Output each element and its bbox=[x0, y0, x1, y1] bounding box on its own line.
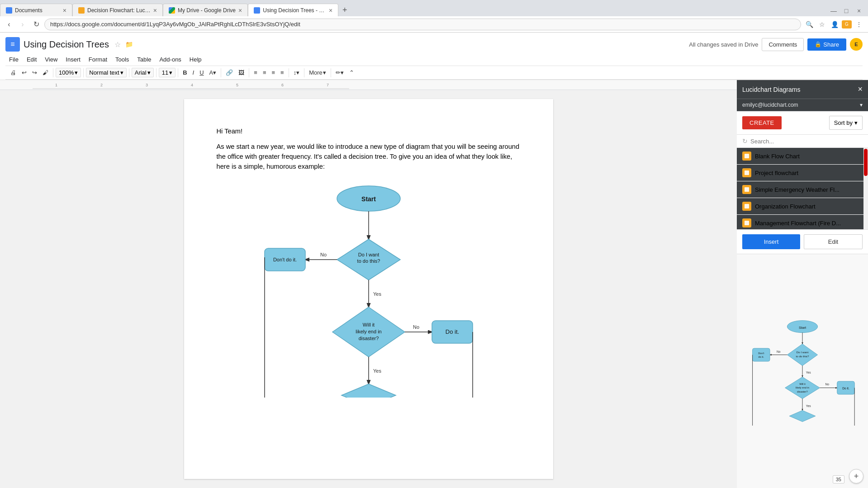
diagram-item-weather[interactable]: Simple Emergency Weather Fl... bbox=[737, 181, 863, 198]
sort-button[interactable]: Sort by ▾ bbox=[829, 116, 863, 130]
refresh-icon[interactable]: ↻ bbox=[742, 137, 748, 145]
svg-text:No: No bbox=[825, 382, 829, 385]
font-arrow: ▾ bbox=[147, 69, 151, 76]
drive-tab-icon bbox=[169, 7, 175, 14]
tab-decision[interactable]: Using Decision Trees - G... × bbox=[248, 4, 338, 16]
extension-icon[interactable]: G bbox=[842, 20, 852, 28]
diagram-item-org[interactable]: Organization Flowchart bbox=[737, 198, 863, 215]
style-select[interactable]: Normal text ▾ bbox=[86, 68, 126, 77]
sidebar-close-button[interactable]: × bbox=[858, 85, 863, 94]
italic-button[interactable]: I bbox=[190, 68, 197, 77]
sidebar-insert-edit: Insert Edit bbox=[737, 229, 868, 254]
tab-decision-close[interactable]: × bbox=[329, 7, 332, 14]
more-button[interactable]: More ▾ bbox=[307, 68, 328, 77]
menu-edit[interactable]: Edit bbox=[23, 54, 40, 65]
comments-button[interactable]: Comments bbox=[762, 38, 804, 51]
share-button[interactable]: 🔒 Share bbox=[807, 38, 846, 51]
tab-drive[interactable]: My Drive - Google Drive × bbox=[163, 4, 248, 16]
redo-button[interactable]: ↪ bbox=[30, 68, 39, 77]
svg-text:Do I want: Do I want bbox=[797, 350, 809, 353]
close-button[interactable]: × bbox=[854, 5, 864, 16]
star-icon[interactable]: ☆ bbox=[114, 40, 121, 49]
forward-button[interactable]: › bbox=[17, 19, 28, 30]
zoom-arrow: ▾ bbox=[75, 69, 78, 76]
svg-rect-48 bbox=[753, 348, 770, 361]
maximize-button[interactable]: □ bbox=[841, 5, 852, 16]
svg-rect-34 bbox=[745, 171, 749, 175]
svg-text:Yes: Yes bbox=[806, 404, 811, 407]
size-select[interactable]: 11 ▾ bbox=[159, 68, 175, 77]
toolbar-separator-1 bbox=[53, 68, 53, 77]
diagram-name-mgmt: Management Flowchart (Fire D... bbox=[755, 220, 858, 227]
link-button[interactable]: 🔗 bbox=[223, 68, 235, 77]
line-spacing-button[interactable]: ↕▾ bbox=[291, 68, 302, 77]
align-right-button[interactable]: ≡ bbox=[269, 68, 277, 77]
align-left-button[interactable]: ≡ bbox=[251, 68, 260, 77]
diagram-icon-mgmt bbox=[742, 218, 751, 227]
create-button[interactable]: CREATE bbox=[742, 116, 782, 129]
profile-icon[interactable]: 👤 bbox=[829, 19, 840, 30]
size-arrow: ▾ bbox=[169, 69, 172, 76]
menu-file[interactable]: File bbox=[5, 54, 22, 65]
tab-lucid-close[interactable]: × bbox=[153, 7, 157, 14]
list-scrollbar[interactable] bbox=[863, 148, 868, 229]
paint-format-button[interactable]: 🖌 bbox=[40, 68, 51, 77]
minimize-button[interactable]: — bbox=[828, 5, 839, 16]
edit-button[interactable]: Edit bbox=[804, 234, 863, 249]
collapse-button[interactable]: ⌃ bbox=[347, 68, 356, 77]
search-icon[interactable]: 🔍 bbox=[804, 19, 815, 30]
add-preview-button[interactable]: + bbox=[849, 469, 863, 483]
menu-insert[interactable]: Insert bbox=[62, 54, 84, 65]
diagram-item-mgmt[interactable]: Management Flowchart (Fire D... bbox=[737, 215, 863, 229]
tab-docs[interactable]: Documents × bbox=[0, 4, 72, 16]
svg-text:Do it.: Do it. bbox=[842, 387, 849, 390]
new-tab-button[interactable]: + bbox=[338, 4, 351, 16]
lock-icon: 🔒 bbox=[815, 41, 821, 47]
image-button[interactable]: 🖼 bbox=[236, 68, 247, 77]
print-button[interactable]: 🖨 bbox=[8, 68, 19, 77]
menu-addons[interactable]: Add-ons bbox=[156, 54, 185, 65]
menu-view[interactable]: View bbox=[41, 54, 61, 65]
tab-drive-close[interactable]: × bbox=[238, 7, 242, 14]
svg-rect-33 bbox=[745, 154, 749, 158]
undo-button[interactable]: ↩ bbox=[19, 68, 29, 77]
text-color-button[interactable]: A▾ bbox=[207, 68, 219, 77]
zoom-select[interactable]: 100% ▾ bbox=[56, 68, 81, 77]
lucidchart-sidebar: Lucidchart Diagrams × emilyc@lucidchart.… bbox=[737, 80, 868, 488]
svg-rect-36 bbox=[745, 204, 749, 208]
sort-label: Sort by bbox=[834, 119, 853, 126]
docs-container: ≡ Using Decision Trees ☆ 📁 All changes s… bbox=[0, 33, 868, 488]
docs-logo-icon: ≡ bbox=[10, 41, 14, 48]
menu-tools[interactable]: Tools bbox=[112, 54, 133, 65]
bookmark-icon[interactable]: ☆ bbox=[816, 19, 827, 30]
menu-format[interactable]: Format bbox=[85, 54, 111, 65]
svg-text:Do I want: Do I want bbox=[358, 252, 379, 257]
diagram-name-weather: Simple Emergency Weather Fl... bbox=[755, 186, 858, 193]
tab-lucid[interactable]: Decision Flowchart: Luci... × bbox=[72, 4, 163, 16]
back-button[interactable]: ‹ bbox=[4, 19, 14, 30]
doc-scroll[interactable]: Hi Team! As we start a new year, we woul… bbox=[0, 90, 737, 488]
justify-button[interactable]: ≡ bbox=[278, 68, 286, 77]
svg-text:disaster?: disaster? bbox=[358, 336, 379, 341]
underline-button[interactable]: U bbox=[197, 68, 206, 77]
menu-help[interactable]: Help bbox=[186, 54, 205, 65]
menu-icon[interactable]: ⋮ bbox=[854, 19, 864, 30]
address-input[interactable] bbox=[44, 19, 801, 30]
align-center-button[interactable]: ≡ bbox=[261, 68, 269, 77]
folder-icon[interactable]: 📁 bbox=[125, 41, 133, 48]
reload-button[interactable]: ↻ bbox=[31, 19, 42, 30]
docs-logo[interactable]: ≡ bbox=[5, 37, 20, 52]
sidebar-user-dropdown-arrow[interactable]: ▾ bbox=[860, 102, 863, 108]
search-input[interactable] bbox=[750, 138, 863, 145]
diagram-item-blank[interactable]: Blank Flow Chart bbox=[737, 148, 863, 165]
insert-button[interactable]: Insert bbox=[742, 234, 800, 249]
size-value: 11 bbox=[162, 69, 168, 76]
tab-docs-close[interactable]: × bbox=[63, 7, 66, 14]
diagram-item-project[interactable]: Project flowchart bbox=[737, 165, 863, 181]
toolbar-separator-2 bbox=[83, 68, 84, 77]
bold-button[interactable]: B bbox=[180, 68, 189, 77]
svg-text:do it.: do it. bbox=[759, 355, 764, 358]
pencil-button[interactable]: ✏▾ bbox=[333, 68, 346, 77]
menu-table[interactable]: Table bbox=[133, 54, 155, 65]
font-select[interactable]: Arial ▾ bbox=[132, 68, 154, 77]
